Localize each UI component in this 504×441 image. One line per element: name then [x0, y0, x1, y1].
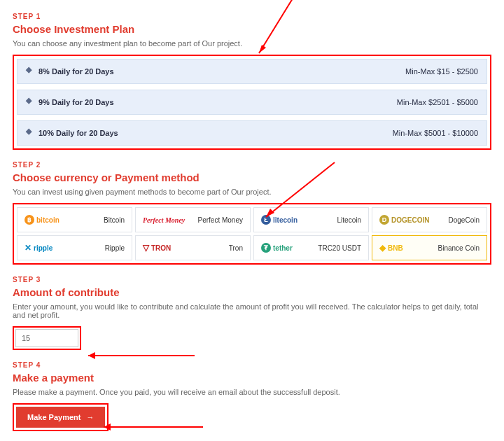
plan-list: 8% Daily for 20 Days Min-Max $15 - $2500… [17, 59, 487, 146]
payment-method-label: Tron [229, 244, 243, 252]
amount-highlight-box [13, 326, 81, 350]
payment-method-perfect-money[interactable]: Perfect Money Perfect Money [135, 207, 251, 232]
payment-method-grid: ฿bitcoin Bitcoin Perfect Money Perfect M… [17, 207, 487, 260]
step4-title: Make a payment [13, 372, 491, 384]
make-payment-label: Make Payment [27, 413, 80, 421]
payment-method-label: Bitcoin [104, 216, 125, 224]
make-payment-button[interactable]: Make Payment → [16, 407, 105, 428]
plan-range: Min-Max $15 - $2500 [405, 67, 478, 76]
plan-range: Min-Max $2501 - $5000 [397, 98, 478, 106]
tron-icon: ▽TRON [143, 243, 171, 253]
plans-highlight-box: 8% Daily for 20 Days Min-Max $15 - $2500… [13, 55, 491, 150]
plan-name: 9% Daily for 20 Days [38, 98, 397, 106]
step3-label: STEP 3 [13, 276, 491, 284]
step3-desc: Enter your amount, you would like to con… [13, 302, 491, 319]
payment-method-tether[interactable]: ₮tether TRC20 USDT [253, 235, 369, 260]
bitcoin-icon: ฿bitcoin [24, 215, 59, 225]
step4-label: STEP 4 [13, 361, 491, 369]
payment-methods-highlight-box: ฿bitcoin Bitcoin Perfect Money Perfect M… [13, 203, 491, 265]
ripple-icon: ✕ripple [24, 243, 52, 253]
step1-label: STEP 1 [13, 13, 491, 20]
plan-item[interactable]: 10% Daily for 20 Days Min-Max $5001 - $1… [17, 120, 487, 146]
litecoin-icon: Łlitecoin [261, 215, 298, 225]
plan-name: 10% Daily for 20 Days [38, 129, 393, 137]
step2-title: Choose currency or Payment method [13, 172, 491, 183]
payment-method-label: TRC20 USDT [318, 244, 361, 252]
step2-desc: You can invest using given payment metho… [13, 188, 491, 196]
payment-method-label: Binance Coin [438, 244, 479, 252]
step4-desc: Please make a payment. Once you paid, yo… [13, 388, 491, 396]
bnb-icon: ◆BNB [379, 243, 403, 253]
ethereum-icon [26, 66, 33, 76]
payment-method-ripple[interactable]: ✕ripple Ripple [17, 235, 132, 260]
arrow-right-icon: → [86, 413, 94, 421]
pay-button-highlight-box: Make Payment → [13, 403, 108, 431]
payment-method-litecoin[interactable]: Łlitecoin Litecoin [253, 207, 369, 232]
step1-title: Choose Investment Plan [13, 23, 491, 35]
annotation-arrow-payment-button [98, 420, 210, 436]
plan-item[interactable]: 9% Daily for 20 Days Min-Max $2501 - $50… [17, 90, 487, 115]
payment-method-dogecoin[interactable]: DDOGECOIN DogeCoin [372, 207, 487, 232]
payment-method-label: DogeCoin [449, 216, 479, 224]
ethereum-icon [26, 128, 33, 138]
plan-range: Min-Max $5001 - $10000 [393, 129, 478, 137]
payment-method-bitcoin[interactable]: ฿bitcoin Bitcoin [17, 207, 132, 232]
step2-label: STEP 2 [13, 161, 491, 169]
dogecoin-icon: DDOGECOIN [379, 215, 429, 225]
perfect-money-icon: Perfect Money [143, 216, 185, 224]
amount-input[interactable] [15, 329, 78, 347]
payment-method-label: Litecoin [337, 216, 361, 224]
step1-desc: You can choose any investment plan to be… [13, 39, 491, 48]
payment-method-label: Ripple [105, 244, 125, 252]
plan-item[interactable]: 8% Daily for 20 Days Min-Max $15 - $2500 [17, 59, 487, 84]
step3-title: Amount of contribute [13, 286, 491, 298]
tether-icon: ₮tether [261, 243, 293, 253]
payment-method-binance[interactable]: ◆BNB Binance Coin [372, 235, 487, 260]
ethereum-icon [26, 97, 33, 107]
payment-method-tron[interactable]: ▽TRON Tron [135, 235, 251, 260]
payment-method-label: Perfect Money [198, 216, 243, 224]
plan-name: 8% Daily for 20 Days [38, 67, 405, 76]
svg-marker-5 [88, 352, 95, 359]
